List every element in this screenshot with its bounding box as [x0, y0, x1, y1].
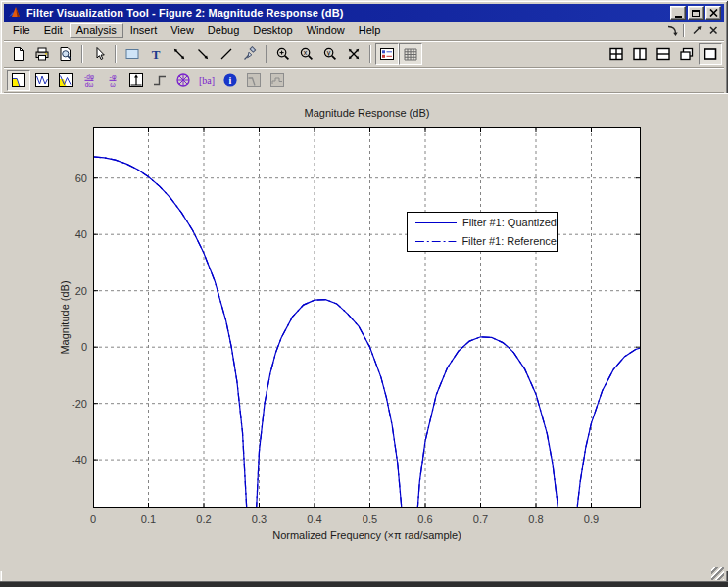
four-pane-layout-button[interactable]: [605, 43, 628, 65]
group-delay-button[interactable]: -dφdω: [77, 70, 101, 91]
magnitude-and-phase-button[interactable]: [54, 70, 77, 91]
y-tick-label: 0: [55, 341, 87, 353]
round-off-noise-psd-icon: [269, 73, 285, 88]
toolbar-separator: [266, 45, 267, 63]
phase-response-button[interactable]: [30, 70, 54, 91]
menu-help[interactable]: Help: [352, 23, 388, 38]
menu-debug[interactable]: Debug: [201, 23, 246, 38]
menu-file[interactable]: File: [6, 23, 37, 38]
background-window-edge: [0, 581, 728, 587]
titlebar[interactable]: Filter Visualization Tool - Figure 2: Ma…: [4, 4, 724, 22]
window-title: Filter Visualization Tool - Figure 2: Ma…: [26, 7, 344, 19]
svg-text:[ba]: [ba]: [199, 75, 215, 86]
legend-box[interactable]: Filter #1: QuantizedFilter #1: Reference: [407, 212, 558, 252]
phase-response-icon: [34, 73, 50, 88]
zoom-in-button[interactable]: [271, 43, 295, 65]
close-icon: [709, 9, 718, 17]
print-preview-button[interactable]: [54, 43, 77, 65]
step-response-icon: [152, 73, 168, 88]
zoom-x-button[interactable]: x: [295, 43, 318, 65]
grid-toggle-button[interactable]: [399, 43, 422, 65]
menubar-window-controls: [663, 24, 724, 38]
x-tick-label: 0.4: [298, 514, 331, 525]
zoom-x-icon: x: [299, 46, 315, 62]
filter-information-icon: i: [222, 73, 238, 88]
maximize-button[interactable]: [688, 6, 704, 20]
rectangle-annotation-icon: [124, 46, 140, 62]
pin-axes-button[interactable]: [238, 43, 262, 65]
plot-axes[interactable]: [93, 127, 641, 508]
two-pane-vertical-layout-button[interactable]: [628, 43, 652, 65]
line-annotation-button[interactable]: [215, 43, 238, 65]
x-tick-label: 0.6: [409, 514, 442, 525]
double-arrow-annotation-button[interactable]: [168, 43, 191, 65]
print-icon: [34, 46, 50, 62]
x-tick-label: 0: [76, 514, 110, 525]
two-pane-horizontal-layout-button[interactable]: [652, 43, 675, 65]
fvtool-window: Filter Visualization Tool - Figure 2: Ma…: [0, 0, 728, 587]
restore-view-button[interactable]: [342, 43, 365, 65]
edit-plot-cursor-button[interactable]: [87, 43, 111, 65]
dock-figure-icon[interactable]: [663, 24, 680, 38]
main-toolbar: Txy: [4, 40, 724, 67]
menu-view[interactable]: View: [164, 23, 201, 38]
y-tick-label: -40: [55, 454, 87, 465]
toolbar-separator: [115, 45, 117, 63]
new-document-button[interactable]: [7, 43, 30, 65]
four-pane-layout-icon: [608, 46, 624, 62]
legend-toggle-icon: [379, 46, 395, 62]
minimize-button[interactable]: [670, 6, 686, 20]
window-controls: [668, 6, 721, 20]
menu-analysis[interactable]: Analysis: [70, 23, 123, 38]
x-tick-label: 0.9: [574, 514, 607, 525]
menu-edit[interactable]: Edit: [37, 23, 70, 38]
resize-grip[interactable]: [711, 567, 724, 580]
close-menu-icon[interactable]: [704, 24, 721, 38]
edit-plot-cursor-icon: [91, 46, 107, 62]
menu-window[interactable]: Window: [300, 23, 352, 38]
filter-information-button[interactable]: i: [218, 70, 242, 91]
magnitude-response-button[interactable]: [7, 70, 30, 91]
legend-label: Filter #1: Reference: [461, 235, 557, 247]
x-tick-label: 0.7: [463, 514, 497, 525]
svg-text:-dφ: -dφ: [84, 73, 94, 81]
magnitude-and-phase-icon: [58, 73, 73, 88]
cascade-layout-button[interactable]: [675, 43, 699, 65]
window-layout-group: [605, 43, 724, 65]
filter-coefficients-icon: [ba]: [199, 73, 215, 88]
menu-desktop[interactable]: Desktop: [246, 23, 299, 38]
pole-zero-plot-button[interactable]: [171, 70, 195, 91]
svg-text:-φ: -φ: [110, 73, 117, 81]
magnitude-response-estimate-button: [242, 70, 266, 91]
impulse-response-button[interactable]: [124, 70, 148, 91]
svg-text:i: i: [229, 75, 232, 86]
y-tick-label: 60: [55, 172, 87, 184]
two-pane-horizontal-layout-icon: [655, 46, 671, 62]
legend-toggle-button[interactable]: [375, 43, 399, 65]
line-annotation-icon: [218, 46, 234, 62]
zoom-in-icon: [275, 46, 291, 62]
rectangle-annotation-button[interactable]: [121, 43, 144, 65]
new-document-icon: [11, 46, 26, 62]
filter-coefficients-button[interactable]: [ba]: [195, 70, 218, 91]
chart-title: Magnitude Response (dB): [93, 107, 641, 119]
svg-text:x: x: [304, 49, 308, 56]
menu-insert[interactable]: Insert: [123, 23, 165, 38]
x-axis-label: Normalized Frequency (×π rad/sample): [93, 529, 641, 541]
x-tick-label: 0.8: [519, 514, 553, 525]
print-button[interactable]: [30, 43, 54, 65]
figure-canvas[interactable]: Magnitude Response (dB) Normalized Frequ…: [0, 93, 728, 571]
phase-delay-button[interactable]: -φω: [101, 70, 124, 91]
text-annotation-button[interactable]: T: [144, 43, 168, 65]
menubar: FileEditAnalysisInsertViewDebugDesktopWi…: [4, 22, 724, 39]
single-pane-layout-button[interactable]: [699, 43, 722, 65]
close-button[interactable]: [705, 6, 721, 20]
arrow-annotation-button[interactable]: [191, 43, 215, 65]
maximize-icon: [692, 10, 700, 17]
step-response-button[interactable]: [148, 70, 171, 91]
print-preview-icon: [58, 46, 73, 62]
zoom-y-icon: y: [322, 46, 338, 62]
zoom-y-button[interactable]: y: [318, 43, 342, 65]
double-arrow-annotation-icon: [171, 46, 187, 62]
undock-figure-icon[interactable]: [688, 24, 704, 38]
